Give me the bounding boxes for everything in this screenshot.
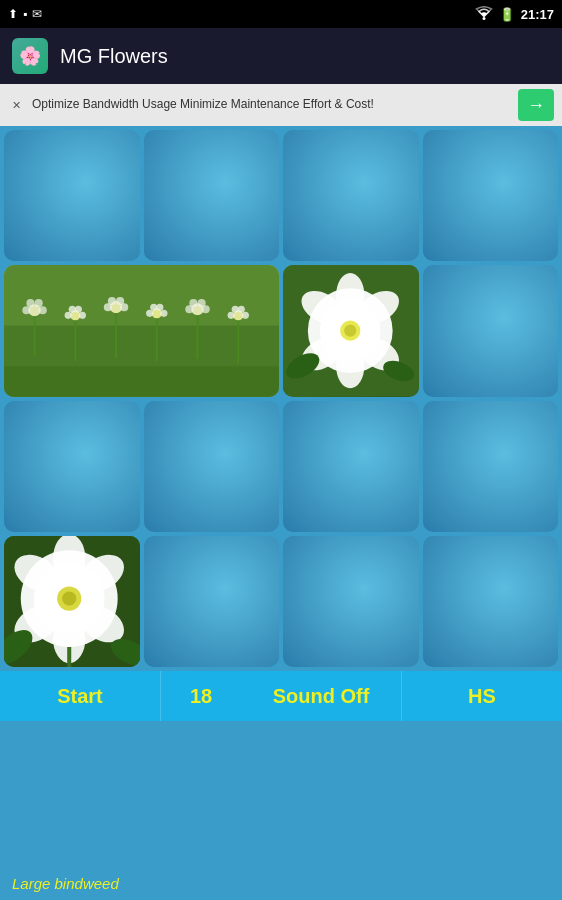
wifi-icon	[475, 6, 493, 23]
ad-close-button[interactable]: ✕	[8, 97, 24, 113]
svg-point-20	[116, 297, 124, 305]
svg-point-63	[62, 591, 76, 605]
svg-point-8	[35, 299, 43, 307]
card-r4c1-single-white[interactable]	[4, 536, 140, 667]
card-r3c3[interactable]	[283, 401, 419, 532]
svg-point-13	[69, 306, 76, 313]
hs-button[interactable]: HS	[402, 671, 562, 721]
card-r2c4[interactable]	[423, 265, 559, 396]
app-bar: 🌸 MG Flowers	[0, 28, 562, 84]
svg-point-36	[242, 312, 249, 319]
card-r4c3[interactable]	[283, 536, 419, 667]
card-r1c3[interactable]	[283, 130, 419, 261]
svg-point-24	[160, 310, 167, 317]
svg-point-0	[482, 17, 485, 20]
svg-point-31	[189, 299, 197, 307]
svg-point-26	[156, 304, 163, 311]
notification-icon: ⬆	[8, 7, 18, 21]
card-r3c4[interactable]	[423, 401, 559, 532]
svg-point-38	[238, 306, 245, 313]
battery-icon: 🔋	[499, 7, 515, 22]
flower-name: Large bindweed	[12, 875, 119, 892]
svg-point-6	[39, 306, 47, 314]
app-icon: 🌸	[12, 38, 48, 74]
svg-point-7	[26, 299, 34, 307]
card-r1c4[interactable]	[423, 130, 559, 261]
sound-off-button[interactable]: Sound Off	[241, 671, 402, 721]
ad-arrow-button[interactable]: →	[518, 89, 554, 121]
svg-point-23	[146, 310, 153, 317]
status-bar: ⬆ ▪ ✉ 🔋 21:17	[0, 0, 562, 28]
ad-text: Optimize Bandwidth Usage Minimize Mainte…	[32, 97, 510, 113]
card-r2c1-daisy[interactable]	[4, 265, 279, 396]
card-r4c2[interactable]	[144, 536, 280, 667]
email-icon: ✉	[32, 7, 42, 21]
svg-point-19	[108, 297, 116, 305]
svg-point-37	[232, 306, 239, 313]
svg-point-14	[75, 306, 82, 313]
ad-banner: ✕ Optimize Bandwidth Usage Minimize Main…	[0, 84, 562, 126]
svg-point-32	[198, 299, 206, 307]
app-title: MG Flowers	[60, 45, 168, 68]
score-display: 18	[161, 671, 241, 721]
card-r2c3-white-flower[interactable]	[283, 265, 419, 396]
card-r3c2[interactable]	[144, 401, 280, 532]
image-icon: ▪	[23, 7, 27, 21]
status-left-icons: ⬆ ▪ ✉	[8, 7, 42, 21]
card-r3c1[interactable]	[4, 401, 140, 532]
toolbar: Start 18 Sound Off HS	[0, 671, 562, 721]
svg-point-25	[150, 304, 157, 311]
svg-point-5	[22, 306, 30, 314]
game-area	[0, 126, 562, 671]
svg-point-35	[228, 312, 235, 319]
status-right-info: 🔋 21:17	[475, 6, 554, 23]
card-r4c4[interactable]	[423, 536, 559, 667]
bottom-info: Large bindweed	[0, 721, 562, 900]
card-r1c2[interactable]	[144, 130, 280, 261]
svg-point-50	[344, 325, 356, 337]
svg-point-11	[65, 312, 72, 319]
svg-rect-39	[4, 367, 279, 397]
card-r1c1[interactable]	[4, 130, 140, 261]
start-button[interactable]: Start	[0, 671, 161, 721]
clock: 21:17	[521, 7, 554, 22]
svg-point-12	[79, 312, 86, 319]
